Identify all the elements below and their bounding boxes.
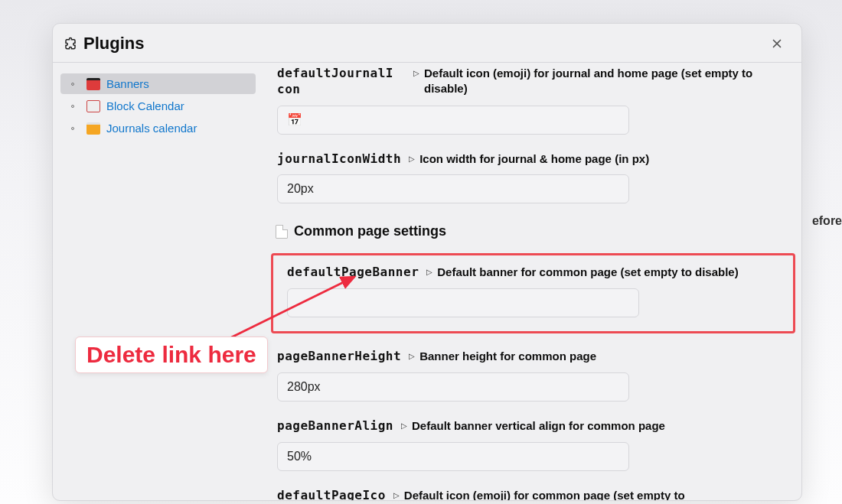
setting-description: Default icon (emoji) for common page (se…: [404, 488, 685, 500]
close-button[interactable]: [766, 33, 788, 54]
block-calendar-plugin-icon: [86, 100, 100, 112]
close-icon: [770, 37, 784, 50]
puzzle-icon: [64, 37, 77, 50]
bullet-icon: [71, 105, 74, 108]
plugins-sidebar: Banners Block Calendar Journals calendar: [53, 63, 271, 500]
section-heading-common: Common page settings: [276, 223, 795, 239]
default-journal-icon-input[interactable]: [277, 106, 629, 135]
setting-key: pageBannerHeight: [277, 349, 401, 365]
setting-description: Default icon (emoji) for journal and hom…: [424, 66, 789, 97]
caret-icon: ▷: [393, 488, 400, 499]
setting-description: Banner height for common page: [419, 349, 596, 364]
caret-icon: ▷: [401, 418, 407, 430]
setting-description: Default banner for common page (set empt…: [437, 265, 738, 280]
setting-key: journalIconWidth: [277, 151, 401, 167]
caret-icon: ▷: [413, 66, 419, 77]
setting-key: pageBannerAlign: [277, 418, 393, 434]
modal-body: Banners Block Calendar Journals calendar…: [53, 63, 801, 500]
sidebar-item-block-calendar[interactable]: Block Calendar: [60, 96, 256, 116]
setting-page-banner-align: pageBannerAlign ▷ Default banner vertica…: [271, 418, 795, 471]
setting-key: defaultPageIco: [277, 488, 386, 500]
sidebar-item-label: Banners: [106, 77, 149, 90]
setting-journal-icon-width: journalIconWidth ▷ Icon width for journa…: [271, 151, 795, 204]
setting-key: defaultPageBanner: [287, 265, 419, 281]
journals-calendar-plugin-icon: [86, 122, 100, 135]
default-page-banner-input[interactable]: [287, 288, 639, 317]
journal-icon-width-input[interactable]: [277, 174, 629, 203]
caret-icon: ▷: [409, 349, 415, 360]
plugins-settings-modal: Plugins Banners Block Calendar Journa: [52, 23, 802, 501]
sidebar-item-banners[interactable]: Banners: [60, 73, 256, 94]
modal-title-text: Plugins: [83, 34, 144, 54]
page-banner-align-input[interactable]: [277, 442, 629, 471]
section-heading-text: Common page settings: [294, 223, 446, 239]
modal-header: Plugins: [53, 24, 801, 63]
sidebar-item-journals-calendar[interactable]: Journals calendar: [60, 118, 256, 138]
bullet-icon: [71, 127, 74, 130]
highlighted-setting-box: defaultPageBanner ▷ Default banner for c…: [271, 253, 795, 333]
sidebar-item-label: Block Calendar: [106, 99, 184, 112]
page-banner-height-input[interactable]: [277, 372, 629, 402]
caret-icon: ▷: [426, 265, 432, 276]
setting-default-page-ico: defaultPageIco ▷ Default icon (emoji) fo…: [271, 488, 795, 500]
setting-page-banner-height: pageBannerHeight ▷ Banner height for com…: [271, 349, 795, 402]
caret-icon: ▷: [409, 151, 415, 163]
setting-key: defaultJournalI con: [277, 66, 406, 98]
setting-description: Icon width for journal & home page (in p…: [419, 151, 649, 167]
bullet-icon: [71, 83, 74, 86]
background-text-fragment: efore: [812, 214, 842, 228]
banners-plugin-icon: [86, 78, 100, 90]
sidebar-item-label: Journals calendar: [106, 122, 197, 135]
settings-content: defaultJournalI con ▷ Default icon (emoj…: [271, 63, 801, 500]
page-icon: [276, 225, 288, 239]
setting-description: Default banner vertical align for common…: [412, 418, 665, 434]
setting-default-journal-icon: defaultJournalI con ▷ Default icon (emoj…: [271, 66, 795, 135]
setting-default-page-banner: defaultPageBanner ▷ Default banner for c…: [281, 265, 785, 317]
modal-title: Plugins: [64, 34, 144, 54]
